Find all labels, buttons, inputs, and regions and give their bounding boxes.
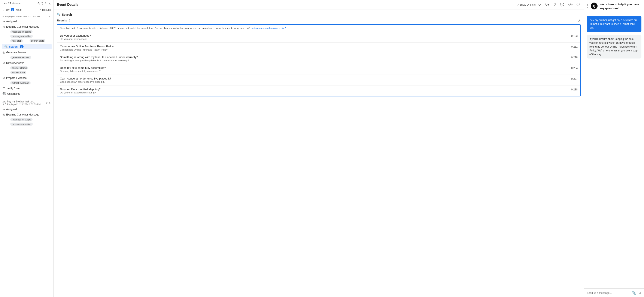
- sidebar-item-examine-2[interactable]: ◎ Examine Customer Message: [0, 112, 53, 117]
- chevron-up-icon-1: ∧: [49, 15, 51, 18]
- result-row-1[interactable]: Cannondale Online Purchase Return Policy…: [58, 43, 580, 53]
- flask-icon-btn[interactable]: ⚗: [552, 2, 557, 7]
- sidebar-item-search-1[interactable]: 🔍 Search 6: [2, 44, 52, 49]
- assigned-label-2: Assigned: [6, 108, 17, 111]
- results-header: Results 6 ∧: [57, 19, 581, 23]
- chat-panel: Q We're here to help if you have any que…: [584, 0, 644, 297]
- tag-extract-evidence-1: extract-evidence: [10, 81, 30, 84]
- refresh-dropdown-button[interactable]: ↻▾: [544, 2, 550, 7]
- result-score-0: 0.193: [571, 34, 578, 38]
- result-row-3[interactable]: Does my bike come fully assembled? Does …: [58, 64, 580, 75]
- result-title-1: Cannondale Online Purchase Return Policy: [60, 45, 570, 48]
- examine-label-1: Examine Customer Message: [6, 25, 39, 28]
- result-title-3: Does my bike come fully assembled?: [60, 66, 570, 69]
- chat-header-dots: [587, 4, 588, 8]
- next-button[interactable]: Next ›: [15, 8, 23, 11]
- sidebar-item-generate-1[interactable]: ◎ Generate Answer: [0, 50, 53, 55]
- sidebar-item-assigned-2[interactable]: ⇒ Assigned: [0, 107, 53, 112]
- filter-icon[interactable]: ⊽: [41, 2, 44, 5]
- show-original-button[interactable]: ↺ Show Original: [516, 3, 536, 6]
- code-icon-btn[interactable]: </>: [567, 2, 574, 7]
- search-count-badge: 6: [20, 45, 24, 48]
- result-row-4[interactable]: Can I cancel an order once I've placed i…: [58, 75, 580, 86]
- result-score-3: 0.234: [571, 66, 578, 70]
- sidebar-group-1: − Replayed 12/20/2024 1:01:40 PM ∧ ⇒ Ass…: [0, 13, 53, 98]
- main-header-actions: ↺ Show Original ⟳ ↻▾ ⚗ 💬 </> ⓘ: [516, 2, 581, 7]
- sidebar-item-uncertainty-1[interactable]: 💬 Uncertainty: [0, 91, 53, 96]
- result-score-2: 0.228: [571, 56, 578, 59]
- section-label: 🔍 Search: [57, 13, 581, 16]
- main-panel: Event Details ↺ Show Original ⟳ ↻▾ ⚗ 💬 <…: [54, 0, 584, 297]
- tag-generate-answer-1: generate-answer: [10, 56, 31, 59]
- sidebar-group-header-1[interactable]: − Replayed 12/20/2024 1:01:40 PM ∧: [0, 14, 53, 19]
- review-label-1: Review Answer: [6, 62, 24, 65]
- tag-search-topic-1: search-topic: [30, 39, 46, 42]
- main-header: Event Details ↺ Show Original ⟳ ↻▾ ⚗ 💬 <…: [54, 0, 584, 10]
- search-link[interactable]: returning or exchanging a bike": [252, 27, 286, 29]
- tag-next-step-1: next-step: [10, 39, 23, 42]
- result-row-0[interactable]: Do you offer exchanges? Do you offer exc…: [58, 32, 580, 43]
- refresh-split-button[interactable]: ⟳: [538, 2, 542, 7]
- result-subtitle-3: Does my bike come fully assembled?: [60, 70, 570, 72]
- tag-message-sensitive-1: message-sensitive: [10, 35, 33, 38]
- results-count-label: 6: [69, 19, 70, 22]
- comment-icon-btn[interactable]: 💬: [559, 2, 565, 7]
- result-subtitle-2: Something is wrong with my bike. Is it c…: [60, 59, 570, 62]
- chevron-down-icon: ▾: [19, 2, 20, 5]
- sidebar-item-review-1[interactable]: ◎ Review Answer: [0, 60, 53, 66]
- chat-input-area: 📎 ☺: [584, 288, 644, 297]
- result-subtitle-0: Do you offer exchanges?: [60, 38, 570, 40]
- search-results-container: Selecting up to 6 documents with a dista…: [57, 24, 581, 96]
- result-score-4: 0.237: [571, 77, 578, 80]
- result-title-5: Do you offer expedited shipping?: [60, 88, 570, 91]
- examine-icon-2: ◎: [2, 113, 5, 116]
- info-icon-btn[interactable]: ⓘ: [576, 2, 581, 7]
- collapse-icon-1: −: [2, 15, 4, 18]
- result-text-2: Something is wrong with my bike. Is it c…: [60, 56, 570, 62]
- sidebar-item-assigned-1[interactable]: ⇒ Assigned: [0, 19, 53, 24]
- examine-label-2: Examine Customer Message: [6, 113, 39, 116]
- refresh-icon[interactable]: ↻: [45, 2, 47, 5]
- sidebar-group-header-2[interactable]: 💬 hey my brother just got... Replayed 12…: [0, 99, 53, 107]
- main-title: Event Details: [57, 3, 78, 7]
- verify-icon-1: 🛡: [2, 87, 5, 90]
- refresh-icon-2[interactable]: ↻: [46, 101, 48, 105]
- results-count: 4 Results: [40, 8, 51, 11]
- search-description: Selecting up to 6 documents with a dista…: [58, 25, 580, 32]
- result-score-1: 0.211: [571, 45, 578, 48]
- sidebar-item-verify-1[interactable]: 🛡 Verify Claim: [0, 86, 53, 91]
- prepare-icon-1: ◎: [2, 76, 5, 80]
- sidebar-item-prepare-1[interactable]: ◎ Prepare Evidence: [0, 75, 53, 81]
- examine-icon-1: ◎: [2, 25, 5, 28]
- emoji-icon[interactable]: ☺: [638, 291, 642, 295]
- pagination-bar: ‹ Prev 1 Next › 4 Results: [0, 7, 53, 13]
- sidebar-item-examine-1[interactable]: ◎ Examine Customer Message: [0, 24, 53, 29]
- assigned-icon-1: ⇒: [2, 20, 5, 23]
- chat-header: Q We're here to help if you have any que…: [584, 0, 644, 13]
- sidebar-group-2: 💬 hey my brother just got... Replayed 12…: [0, 98, 53, 128]
- attachment-icon[interactable]: 📎: [632, 291, 636, 295]
- generate-icon-1: ◎: [2, 51, 5, 54]
- result-text-0: Do you offer exchanges? Do you offer exc…: [60, 34, 570, 40]
- chat-messages: hey my brother just got my a new bike bu…: [584, 13, 644, 288]
- tag-message-in-scope-1: message-in-scope: [10, 30, 32, 33]
- result-title-0: Do you offer exchanges?: [60, 34, 570, 37]
- generate-label-1: Generate Answer: [6, 51, 26, 54]
- collapse-results-button[interactable]: ∧: [578, 19, 581, 23]
- time-range-selector[interactable]: Last 24 Hours ▾: [2, 2, 20, 5]
- prev-button[interactable]: ‹ Prev: [2, 8, 10, 11]
- result-title-4: Can I cancel an order once I've placed i…: [60, 77, 570, 80]
- result-row-5[interactable]: Do you offer expedited shipping? Do you …: [58, 86, 580, 96]
- result-subtitle-1: Cannondale Online Purchase Return Policy: [60, 49, 570, 51]
- assigned-icon-2: ⇒: [2, 108, 5, 111]
- chat-input[interactable]: [587, 291, 630, 294]
- prepare-label-1: Prepare Evidence: [6, 77, 26, 80]
- agent-message-bubble: If you're unsure about keeping the bike,…: [587, 35, 642, 59]
- chevron-up-icon-2: ∧: [49, 101, 51, 104]
- verify-label-1: Verify Claim: [7, 87, 20, 90]
- result-row-2[interactable]: Something is wrong with my bike. Is it c…: [58, 53, 580, 64]
- time-range-label: Last 24 Hours: [2, 2, 19, 5]
- chevron-up-icon[interactable]: ∧: [48, 2, 51, 5]
- result-text-3: Does my bike come fully assembled? Does …: [60, 66, 570, 72]
- flask-icon[interactable]: ⚗: [37, 2, 40, 5]
